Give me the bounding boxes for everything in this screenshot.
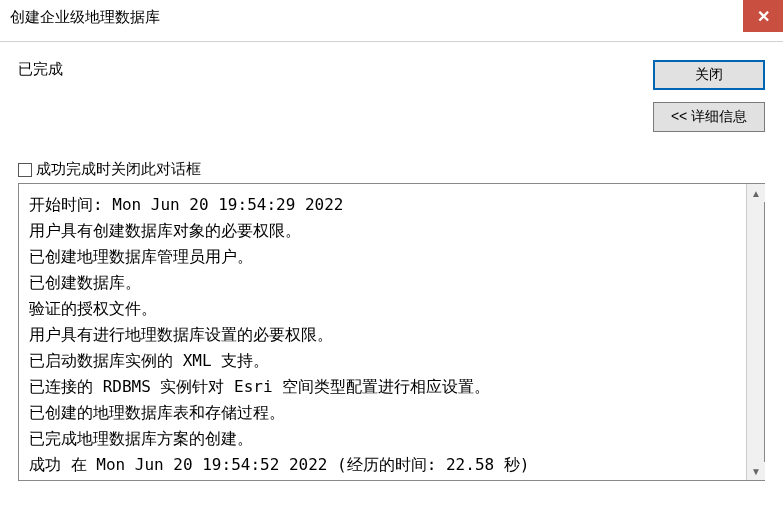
top-row: 已完成 关闭 << 详细信息	[18, 60, 765, 132]
scroll-up-button[interactable]: ▲	[747, 184, 765, 202]
status-text: 已完成	[18, 60, 63, 79]
chevron-down-icon: ▼	[751, 466, 761, 477]
scrollbar[interactable]: ▲ ▼	[746, 184, 764, 480]
log-area: 开始时间: Mon Jun 20 19:54:29 2022 用户具有创建数据库…	[18, 183, 765, 481]
titlebar: 创建企业级地理数据库 ✕	[0, 0, 783, 42]
close-button[interactable]: 关闭	[653, 60, 765, 90]
window-title: 创建企业级地理数据库	[10, 0, 160, 27]
close-on-success-checkbox-row: 成功完成时关闭此对话框	[18, 160, 765, 179]
close-on-success-label: 成功完成时关闭此对话框	[36, 160, 201, 179]
dialog-content: 已完成 关闭 << 详细信息 成功完成时关闭此对话框 开始时间: Mon Jun…	[0, 42, 783, 491]
close-on-success-checkbox[interactable]	[18, 163, 32, 177]
scroll-down-button[interactable]: ▼	[747, 462, 765, 480]
details-button[interactable]: << 详细信息	[653, 102, 765, 132]
log-text: 开始时间: Mon Jun 20 19:54:29 2022 用户具有创建数据库…	[19, 184, 746, 480]
window-close-button[interactable]: ✕	[743, 0, 783, 32]
button-column: 关闭 << 详细信息	[653, 60, 765, 132]
close-icon: ✕	[757, 7, 770, 26]
chevron-up-icon: ▲	[751, 188, 761, 199]
